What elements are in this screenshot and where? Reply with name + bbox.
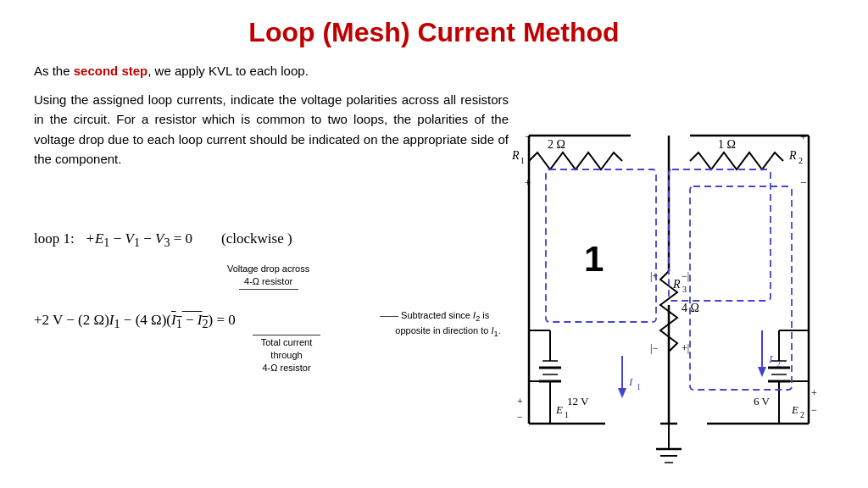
svg-text:+|: +| bbox=[682, 342, 689, 354]
svg-text:|+: |+ bbox=[650, 270, 658, 282]
svg-text:+: + bbox=[800, 130, 806, 143]
svg-text:6 V: 6 V bbox=[754, 395, 771, 408]
svg-text:R: R bbox=[788, 149, 797, 162]
circuit-svg: R 1 2 Ω − + R 2 1 Ω + − R 3 4 Ω |+ bbox=[504, 102, 834, 466]
svg-text:+: + bbox=[811, 387, 817, 399]
svg-text:2: 2 bbox=[800, 410, 804, 419]
svg-marker-67 bbox=[758, 367, 766, 377]
svg-text:2 Ω: 2 Ω bbox=[548, 138, 565, 151]
svg-text:3: 3 bbox=[682, 285, 687, 294]
eq2-text: +2 V − (2 Ω)I1 − (4 Ω)(I1 − I2) = 0 bbox=[34, 312, 236, 328]
svg-marker-63 bbox=[618, 388, 626, 398]
svg-text:−: − bbox=[811, 404, 817, 416]
svg-text:1: 1 bbox=[565, 410, 569, 419]
svg-text:−: − bbox=[525, 130, 531, 143]
svg-text:|−: |− bbox=[650, 342, 658, 354]
circuit-diagram: R 1 2 Ω − + R 2 1 Ω + − R 3 4 Ω |+ bbox=[504, 102, 860, 458]
description-paragraph: Using the assigned loop currents, indica… bbox=[34, 90, 509, 169]
annotation-voltage-drop: Voltage drop across4-Ω resistor bbox=[227, 263, 309, 290]
svg-text:E: E bbox=[555, 403, 563, 416]
loop1-label: loop 1: +E1 − V1 − V3 = 0 (clockwise ) bbox=[34, 230, 292, 247]
intro-prefix: As the bbox=[34, 64, 74, 78]
annotation-total-current: Total currentthrough4-Ω resistor bbox=[253, 335, 320, 374]
intro-paragraph: As the second step, we apply KVL to each… bbox=[34, 64, 834, 78]
svg-text:E: E bbox=[791, 403, 798, 416]
svg-text:+: + bbox=[517, 396, 523, 408]
svg-text:1: 1 bbox=[520, 156, 525, 165]
svg-text:R: R bbox=[672, 278, 681, 291]
svg-text:2: 2 bbox=[776, 359, 781, 369]
svg-text:−: − bbox=[517, 411, 523, 423]
svg-text:1: 1 bbox=[584, 239, 604, 279]
svg-text:I: I bbox=[768, 352, 773, 365]
loop1-equation: loop 1: +E1 − V1 − V3 = 0 (clockwise ) bbox=[34, 230, 292, 250]
svg-text:2: 2 bbox=[798, 156, 803, 165]
svg-text:R: R bbox=[511, 149, 520, 162]
svg-text:12 V: 12 V bbox=[567, 395, 589, 408]
second-step-highlight: second step bbox=[74, 64, 148, 78]
slide: Loop (Mesh) Current Method As the second… bbox=[0, 0, 868, 488]
svg-text:−|: −| bbox=[682, 270, 689, 282]
loop1-eq2: +2 V − (2 Ω)I1 − (4 Ω)(I1 − I2) = 0 bbox=[34, 312, 236, 331]
svg-text:1: 1 bbox=[637, 382, 641, 391]
svg-text:+: + bbox=[525, 176, 531, 189]
svg-text:−: − bbox=[800, 176, 806, 189]
svg-text:I: I bbox=[628, 375, 633, 388]
intro-suffix: , we apply KVL to each loop. bbox=[147, 64, 309, 78]
slide-title: Loop (Mesh) Current Method bbox=[34, 17, 834, 48]
annotation-subtracted: —— Subtracted since I2 is opposite in di… bbox=[380, 309, 501, 339]
svg-text:1 Ω: 1 Ω bbox=[718, 138, 736, 151]
